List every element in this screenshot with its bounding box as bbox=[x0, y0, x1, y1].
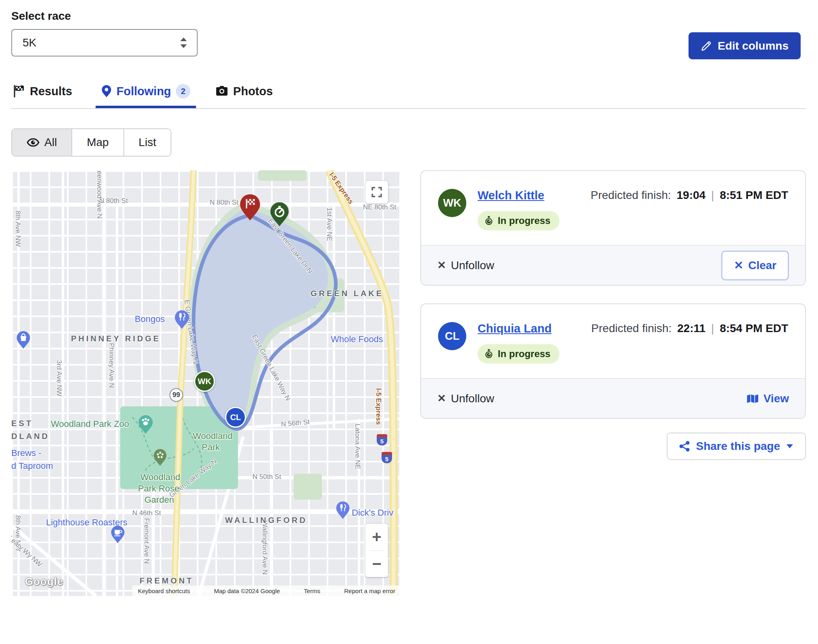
toggle-map[interactable]: Map bbox=[72, 129, 124, 156]
updown-caret-icon bbox=[179, 37, 188, 49]
toggle-map-label: Map bbox=[87, 136, 109, 149]
folded-map-icon bbox=[747, 394, 759, 404]
card-body: CL Chiquia Land Predicted finish: 22:11 … bbox=[421, 304, 805, 378]
x-icon: ✕ bbox=[437, 392, 446, 405]
toggle-all[interactable]: All bbox=[12, 129, 72, 156]
tab-following[interactable]: Following 2 bbox=[96, 79, 196, 108]
tab-photos-label: Photos bbox=[233, 85, 273, 98]
status-badge: In progress bbox=[478, 344, 559, 364]
toggle-all-label: All bbox=[44, 136, 57, 149]
zoom-in-button[interactable]: + bbox=[365, 524, 388, 550]
coffee-pin-icon[interactable] bbox=[111, 525, 125, 545]
toggle-list[interactable]: List bbox=[124, 129, 171, 156]
share-page-button[interactable]: Share this page bbox=[667, 433, 806, 460]
predicted-finish: Predicted finish: 22:11 | 8:54 PM EDT bbox=[591, 322, 788, 335]
map-attribution: Keyboard shortcuts Map data ©2024 Google… bbox=[132, 585, 399, 596]
card-body: WK Welch Kittle Predicted finish: 19:04 … bbox=[421, 171, 805, 245]
share-icon bbox=[679, 441, 690, 452]
page: Select race 5K Edit columns Results Foll… bbox=[0, 0, 818, 644]
x-icon: ✕ bbox=[437, 259, 446, 272]
start-timer-marker[interactable] bbox=[270, 202, 289, 228]
keyboard-shortcuts-link[interactable]: Keyboard shortcuts bbox=[138, 588, 190, 594]
course-map[interactable]: N 80th StN 80th StNE 80th StN 56th StN 5… bbox=[11, 170, 399, 596]
toggle-list-label: List bbox=[139, 136, 157, 149]
x-icon: ✕ bbox=[734, 259, 743, 272]
select-race-label: Select race bbox=[11, 10, 806, 23]
checkered-flag-icon bbox=[13, 85, 25, 98]
map-data-label: Map data ©2024 Google bbox=[214, 588, 280, 594]
tab-bar: Results Following 2 Photos bbox=[11, 79, 806, 109]
following-count-badge: 2 bbox=[176, 84, 190, 98]
avatar: WK bbox=[438, 189, 466, 217]
tab-following-label: Following bbox=[117, 85, 171, 98]
status-badge: In progress bbox=[478, 211, 559, 230]
stopwatch-icon bbox=[484, 349, 494, 359]
shopping-pin-icon[interactable] bbox=[16, 331, 31, 351]
edit-columns-button[interactable]: Edit columns bbox=[689, 32, 801, 59]
unfollow-button[interactable]: ✕ Unfollow bbox=[437, 392, 494, 405]
status-label: In progress bbox=[498, 348, 551, 360]
follower-name-link[interactable]: Chiquia Land bbox=[478, 322, 552, 335]
tab-results[interactable]: Results bbox=[12, 79, 77, 108]
predicted-finish: Predicted finish: 19:04 | 8:51 PM EDT bbox=[591, 189, 788, 202]
zoom-out-button[interactable]: − bbox=[365, 551, 388, 577]
terms-link[interactable]: Terms bbox=[304, 588, 320, 594]
edit-columns-label: Edit columns bbox=[718, 40, 789, 52]
stopwatch-icon bbox=[484, 215, 494, 226]
rose-garden-pin-icon[interactable] bbox=[153, 449, 167, 468]
zoom-control: + − bbox=[365, 524, 388, 577]
tab-results-label: Results bbox=[30, 85, 72, 98]
pencil-icon bbox=[701, 40, 712, 52]
restaurant-pin-icon[interactable] bbox=[174, 310, 190, 331]
google-logo: Google bbox=[25, 575, 64, 588]
fullscreen-button[interactable] bbox=[365, 181, 388, 203]
zoo-paw-pin-icon[interactable] bbox=[138, 415, 153, 436]
map-pin-icon bbox=[101, 85, 112, 98]
clear-button[interactable]: ✕ Clear bbox=[721, 251, 789, 280]
follower-name-link[interactable]: Welch Kittle bbox=[478, 189, 544, 202]
tab-photos[interactable]: Photos bbox=[215, 79, 278, 108]
runner-marker-wk[interactable]: WK bbox=[194, 371, 215, 392]
finish-flag-marker[interactable] bbox=[240, 194, 261, 223]
avatar: CL bbox=[438, 322, 466, 350]
restaurant-pin-icon[interactable] bbox=[336, 501, 350, 521]
race-select-value: 5K bbox=[23, 36, 36, 49]
follower-card-welch-kittle: WK Welch Kittle Predicted finish: 19:04 … bbox=[420, 170, 806, 286]
runner-marker-cl[interactable]: CL bbox=[225, 407, 246, 428]
card-footer: ✕ Unfollow ✕ Clear bbox=[421, 245, 805, 285]
eye-icon bbox=[27, 138, 40, 147]
status-label: In progress bbox=[498, 215, 551, 226]
unfollow-button[interactable]: ✕ Unfollow bbox=[437, 259, 494, 272]
card-footer: ✕ Unfollow View bbox=[421, 378, 805, 418]
race-select[interactable]: 5K bbox=[11, 29, 198, 56]
chevron-down-icon bbox=[786, 443, 794, 449]
report-error-link[interactable]: Report a map error bbox=[344, 588, 395, 594]
camera-icon bbox=[215, 86, 228, 97]
view-button[interactable]: View bbox=[747, 392, 789, 405]
view-toggle: All Map List bbox=[11, 128, 171, 157]
follower-card-chiquia-land: CL Chiquia Land Predicted finish: 22:11 … bbox=[420, 303, 806, 419]
